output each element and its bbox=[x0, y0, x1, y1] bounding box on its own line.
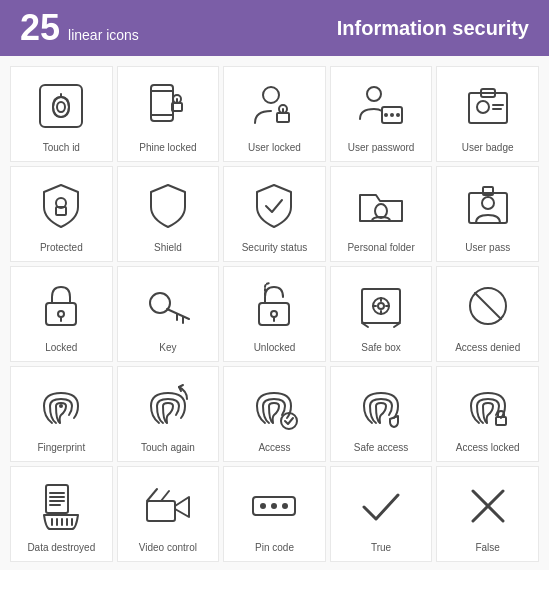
access-cell: Access bbox=[223, 366, 326, 462]
user-locked-label: User locked bbox=[248, 141, 301, 155]
header-subtitle: linear icons bbox=[68, 27, 139, 43]
phone-locked-cell: Phine locked bbox=[117, 66, 220, 162]
user-badge-cell: User badge bbox=[436, 66, 539, 162]
svg-point-2 bbox=[57, 102, 65, 112]
data-destroyed-label: Data destroyed bbox=[27, 541, 95, 555]
security-status-icon bbox=[243, 175, 305, 237]
svg-point-14 bbox=[367, 87, 381, 101]
fingerprint-icon bbox=[30, 375, 92, 437]
data-destroyed-cell: Data destroyed bbox=[10, 466, 113, 562]
shield-cell: Shield bbox=[117, 166, 220, 262]
svg-point-17 bbox=[390, 113, 394, 117]
svg-point-51 bbox=[59, 404, 63, 408]
user-password-cell: User password bbox=[330, 66, 433, 162]
touch-again-label: Touch again bbox=[141, 441, 195, 455]
protected-cell: Protected bbox=[10, 166, 113, 262]
safe-access-label: Safe access bbox=[354, 441, 408, 455]
svg-point-21 bbox=[477, 101, 489, 113]
access-label: Access bbox=[258, 441, 290, 455]
svg-point-10 bbox=[263, 87, 279, 103]
video-control-label: Video control bbox=[139, 541, 197, 555]
false-cell: False bbox=[436, 466, 539, 562]
svg-line-65 bbox=[147, 489, 157, 501]
fingerprint-label: Fingerprint bbox=[37, 441, 85, 455]
touch-id-label: Touch id bbox=[43, 141, 80, 155]
icon-grid: Touch id Phine locked bbox=[10, 66, 539, 562]
access-denied-label: Access denied bbox=[455, 341, 520, 355]
locked-cell: Locked bbox=[10, 266, 113, 362]
access-locked-label: Access locked bbox=[456, 441, 520, 455]
key-label: Key bbox=[159, 341, 176, 355]
safe-box-icon bbox=[350, 275, 412, 337]
security-status-cell: Security status bbox=[223, 166, 326, 262]
touch-again-cell: Touch again bbox=[117, 366, 220, 462]
svg-line-50 bbox=[475, 293, 501, 319]
false-icon bbox=[457, 475, 519, 537]
icon-grid-container: Touch id Phine locked bbox=[0, 56, 549, 570]
access-icon bbox=[243, 375, 305, 437]
key-icon bbox=[137, 275, 199, 337]
locked-label: Locked bbox=[45, 341, 77, 355]
user-password-label: User password bbox=[348, 141, 415, 155]
protected-label: Protected bbox=[40, 241, 83, 255]
false-label: False bbox=[475, 541, 499, 555]
user-locked-icon bbox=[243, 75, 305, 137]
unlocked-icon bbox=[243, 275, 305, 337]
touch-id-icon bbox=[30, 75, 92, 137]
phone-locked-icon bbox=[137, 75, 199, 137]
svg-point-28 bbox=[482, 197, 494, 209]
access-locked-cell: Access locked bbox=[436, 366, 539, 462]
user-pass-icon bbox=[457, 175, 519, 237]
safe-access-cell: Safe access bbox=[330, 366, 433, 462]
locked-icon bbox=[30, 275, 92, 337]
protected-icon bbox=[30, 175, 92, 237]
shield-icon bbox=[137, 175, 199, 237]
svg-point-70 bbox=[282, 503, 288, 509]
icon-count: 25 bbox=[20, 10, 60, 46]
header: 25 linear icons Information security bbox=[0, 0, 549, 56]
header-title: Information security bbox=[337, 17, 529, 40]
svg-point-26 bbox=[375, 204, 387, 218]
svg-point-69 bbox=[271, 503, 277, 509]
svg-point-68 bbox=[260, 503, 266, 509]
svg-point-42 bbox=[378, 303, 384, 309]
true-label: True bbox=[371, 541, 391, 555]
video-control-icon bbox=[137, 475, 199, 537]
touch-again-icon bbox=[137, 375, 199, 437]
personal-folder-label: Personal folder bbox=[347, 241, 414, 255]
unlocked-cell: Unlocked bbox=[223, 266, 326, 362]
safe-box-label: Safe box bbox=[361, 341, 400, 355]
svg-rect-64 bbox=[147, 501, 175, 521]
video-control-cell: Video control bbox=[117, 466, 220, 562]
true-icon bbox=[350, 475, 412, 537]
pin-code-label: Pin code bbox=[255, 541, 294, 555]
header-left: 25 linear icons bbox=[20, 10, 139, 46]
unlocked-label: Unlocked bbox=[254, 341, 296, 355]
true-cell: True bbox=[330, 466, 433, 562]
personal-folder-icon bbox=[350, 175, 412, 237]
key-cell: Key bbox=[117, 266, 220, 362]
personal-folder-cell: Personal folder bbox=[330, 166, 433, 262]
security-status-label: Security status bbox=[242, 241, 308, 255]
data-destroyed-icon bbox=[30, 475, 92, 537]
user-locked-cell: User locked bbox=[223, 66, 326, 162]
user-badge-label: User badge bbox=[462, 141, 514, 155]
touch-id-cell: Touch id bbox=[10, 66, 113, 162]
svg-point-18 bbox=[396, 113, 400, 117]
shield-label: Shield bbox=[154, 241, 182, 255]
pin-code-cell: Pin code bbox=[223, 466, 326, 562]
svg-rect-40 bbox=[362, 289, 400, 323]
user-badge-icon bbox=[457, 75, 519, 137]
safe-access-icon bbox=[350, 375, 412, 437]
user-pass-label: User pass bbox=[465, 241, 510, 255]
svg-rect-12 bbox=[277, 113, 289, 122]
phone-locked-label: Phine locked bbox=[139, 141, 196, 155]
access-denied-cell: Access denied bbox=[436, 266, 539, 362]
svg-rect-54 bbox=[46, 485, 68, 513]
fingerprint-cell: Fingerprint bbox=[10, 366, 113, 462]
pin-code-icon bbox=[243, 475, 305, 537]
user-pass-cell: User pass bbox=[436, 166, 539, 262]
svg-point-16 bbox=[384, 113, 388, 117]
access-locked-icon bbox=[457, 375, 519, 437]
svg-line-66 bbox=[161, 491, 169, 501]
